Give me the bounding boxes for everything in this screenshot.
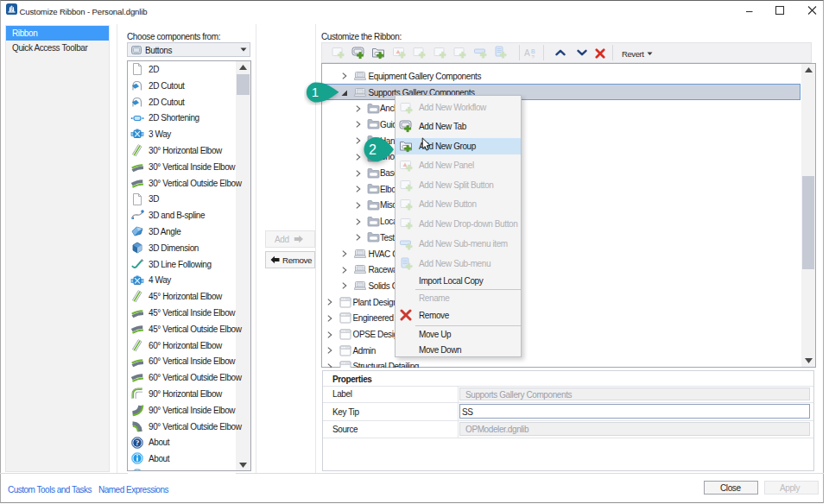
svg-text:B: B xyxy=(531,48,535,54)
svg-text:?: ? xyxy=(136,438,140,447)
svg-text:2: 2 xyxy=(369,142,377,157)
svg-text:?: ? xyxy=(532,54,535,60)
svg-text:1: 1 xyxy=(312,85,319,99)
svg-text:A: A xyxy=(524,48,530,58)
